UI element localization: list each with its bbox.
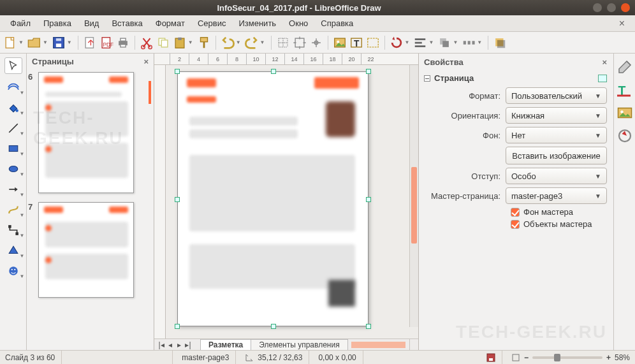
guides-button[interactable]: [309, 35, 324, 50]
paste-button[interactable]: [172, 35, 187, 50]
align-button[interactable]: [412, 35, 428, 50]
menu-help[interactable]: Справка: [314, 17, 360, 30]
pages-panel-close-icon[interactable]: ×: [143, 57, 149, 66]
insert-image-button[interactable]: [332, 35, 347, 50]
vertical-ruler[interactable]: [154, 65, 166, 339]
menu-edit[interactable]: Правка: [37, 17, 78, 30]
ellipse-tool[interactable]: ▼: [4, 162, 22, 176]
sidebar-styles-icon[interactable]: T: [617, 83, 632, 97]
tab-layout[interactable]: Разметка: [200, 339, 251, 350]
sidebar-navigator-icon[interactable]: [617, 129, 632, 143]
horizontal-ruler[interactable]: 2 4 6 8 10 12 14 16 18 20 22: [154, 54, 418, 65]
arrange-button[interactable]: [437, 35, 452, 50]
insert-image-button[interactable]: Вставить изображение: [506, 147, 607, 164]
masterpage-select[interactable]: master-page3▼: [506, 187, 607, 204]
minimize-button[interactable]: [593, 3, 602, 12]
select-tool[interactable]: [4, 57, 22, 74]
status-master[interactable]: master-page3: [182, 351, 236, 364]
zoom-slider[interactable]: [532, 356, 602, 359]
properties-panel-close-icon[interactable]: ×: [602, 57, 607, 67]
export-pdf-button[interactable]: PDF: [99, 35, 114, 50]
collapse-icon[interactable]: [424, 75, 430, 82]
redo-dropdown[interactable]: ▼: [260, 40, 265, 45]
distribute-dropdown[interactable]: ▼: [477, 40, 482, 45]
svg-point-35: [9, 166, 18, 172]
insert-frame-button[interactable]: [365, 35, 381, 50]
print-button[interactable]: [115, 35, 131, 50]
menu-modify[interactable]: Изменить: [232, 17, 282, 30]
fit-page-icon[interactable]: [511, 353, 520, 362]
menu-tools[interactable]: Сервис: [191, 17, 233, 30]
close-window-button[interactable]: [621, 3, 630, 12]
open-button[interactable]: [27, 35, 42, 50]
page-thumb[interactable]: 6: [38, 72, 149, 193]
pages-thumbs-list[interactable]: 6 7: [27, 69, 154, 350]
zoom-control[interactable]: − + 58%: [511, 353, 630, 362]
margin-select[interactable]: Особо▼: [506, 168, 607, 184]
menu-insert[interactable]: Вставка: [105, 17, 149, 30]
menu-window[interactable]: Окно: [282, 17, 314, 30]
symbol-shapes-tool[interactable]: ▼: [4, 264, 22, 278]
nav-next-button[interactable]: ▸: [175, 340, 184, 349]
paste-dropdown[interactable]: ▼: [188, 40, 193, 45]
page-thumb[interactable]: 7: [38, 202, 149, 298]
zoom-in-button[interactable]: +: [606, 353, 611, 362]
nav-first-button[interactable]: |◂: [157, 340, 166, 349]
section-title-row[interactable]: Страница: [424, 72, 607, 84]
format-select[interactable]: Пользовательский▼: [506, 87, 607, 104]
nav-last-button[interactable]: ▸|: [184, 340, 193, 349]
close-document-button[interactable]: ×: [613, 18, 631, 29]
tab-controls[interactable]: Элементы управления: [251, 339, 347, 350]
save-dropdown[interactable]: ▼: [67, 40, 72, 45]
orientation-select[interactable]: Книжная▼: [506, 107, 607, 124]
open-dropdown[interactable]: ▼: [43, 40, 48, 45]
undo-button[interactable]: [220, 35, 235, 50]
rotate-dropdown[interactable]: ▼: [405, 40, 410, 45]
drawing-page[interactable]: [177, 71, 369, 326]
sidebar-properties-icon[interactable]: [617, 60, 632, 74]
distribute-button[interactable]: [461, 35, 476, 50]
menu-view[interactable]: Вид: [78, 17, 106, 30]
new-dropdown[interactable]: ▼: [18, 40, 24, 45]
horizontal-scrollbar[interactable]: [351, 342, 405, 348]
line-color-tool[interactable]: ▼: [4, 80, 22, 94]
cut-button[interactable]: [139, 35, 154, 50]
section-more-icon[interactable]: [598, 75, 607, 82]
sidebar-gallery-icon[interactable]: [617, 106, 632, 120]
master-background-checkbox[interactable]: Фон мастера: [511, 207, 607, 217]
connector-tool[interactable]: ▼: [4, 223, 22, 237]
status-slide[interactable]: Слайд 3 из 60: [5, 351, 62, 364]
copy-button[interactable]: [156, 35, 171, 50]
export-button[interactable]: [82, 35, 98, 50]
clone-format-button[interactable]: [196, 35, 212, 50]
arrange-dropdown[interactable]: ▼: [453, 40, 458, 45]
save-button[interactable]: [51, 35, 66, 50]
snap-button[interactable]: [292, 35, 307, 50]
menu-file[interactable]: Файл: [4, 17, 37, 30]
new-button[interactable]: [3, 35, 18, 50]
basic-shapes-tool[interactable]: ▼: [4, 244, 22, 258]
align-dropdown[interactable]: ▼: [428, 40, 434, 45]
nav-prev-button[interactable]: ◂: [166, 340, 175, 349]
insert-textbox-button[interactable]: T: [349, 35, 364, 50]
vertical-scrollbar[interactable]: [409, 65, 418, 327]
redo-button[interactable]: [244, 35, 259, 50]
maximize-button[interactable]: [607, 3, 616, 12]
line-tool[interactable]: ▼: [4, 121, 22, 135]
svg-rect-27: [463, 41, 466, 45]
arrow-tool[interactable]: ▼: [4, 182, 22, 196]
grid-button[interactable]: [275, 35, 291, 50]
menu-format[interactable]: Формат: [149, 17, 191, 30]
master-objects-checkbox[interactable]: Объекты мастера: [511, 219, 607, 229]
zoom-value[interactable]: 58%: [615, 353, 630, 362]
canvas-viewport[interactable]: [154, 65, 418, 339]
status-save-icon[interactable]: [486, 351, 502, 364]
rotate-button[interactable]: [389, 35, 404, 50]
background-select[interactable]: Нет▼: [506, 127, 607, 143]
rectangle-tool[interactable]: ▼: [4, 142, 22, 156]
zoom-out-button[interactable]: −: [524, 353, 529, 362]
curve-tool[interactable]: ▼: [4, 203, 22, 217]
shadow-button[interactable]: [492, 35, 507, 50]
fill-color-tool[interactable]: ▼: [4, 101, 22, 115]
undo-dropdown[interactable]: ▼: [236, 40, 241, 45]
